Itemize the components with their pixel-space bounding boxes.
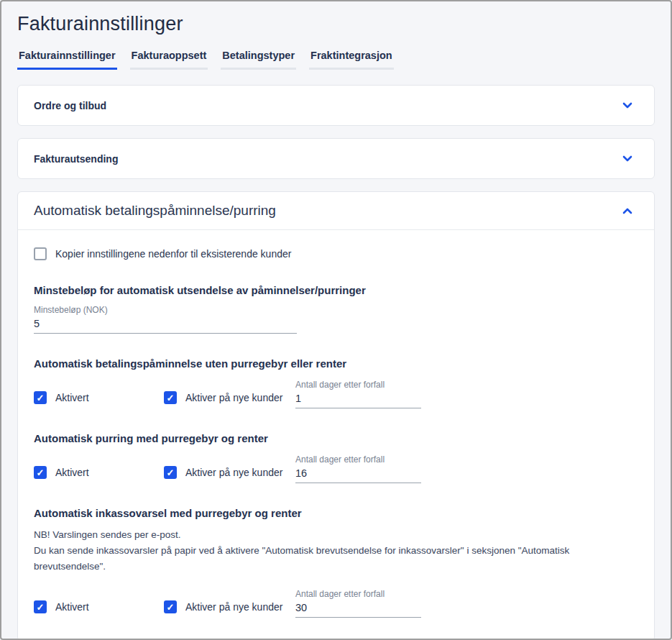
reminder-2-new-customers-checkbox[interactable]	[164, 466, 177, 479]
reminder-2-row: Aktivert Aktiver på nye kunder Antall da…	[34, 454, 638, 483]
reminder-2-new-customers-item[interactable]: Aktiver på nye kunder	[164, 466, 295, 483]
reminder-3-notes: NB! Varslingen sendes per e-post. Du kan…	[34, 527, 632, 575]
tab-betalingstyper[interactable]: Betalingstyper	[221, 50, 296, 70]
copy-settings-checkbox[interactable]	[34, 247, 47, 260]
reminder-1-row: Aktivert Aktiver på nye kunder Antall da…	[34, 380, 638, 408]
reminder-1-days-label: Antall dager etter forfall	[295, 380, 421, 390]
reminder-3-new-customers-checkbox[interactable]	[164, 600, 177, 613]
invoice-settings-page: Fakturainnstillinger Fakturainnstillinge…	[1, 1, 671, 640]
reminder-3-note-line1: NB! Varslingen sendes per e-post.	[34, 527, 632, 543]
accordion-invoicing-header[interactable]: Fakturautsending	[18, 139, 654, 178]
reminder-1-activated-label: Aktivert	[55, 392, 89, 403]
reminder-1-new-customers-label: Aktiver på nye kunder	[185, 392, 282, 403]
reminder-2-activated-item[interactable]: Aktivert	[34, 466, 164, 483]
accordion-orders-header[interactable]: Ordre og tilbud	[18, 86, 654, 125]
reminder-2-days-input[interactable]	[295, 466, 421, 483]
reminder-3-activated-item[interactable]: Aktivert	[34, 600, 164, 618]
accordion-orders: Ordre og tilbud	[17, 85, 655, 126]
reminder-1-days-field: Antall dager etter forfall	[295, 380, 421, 408]
reminder-3-new-customers-item[interactable]: Aktiver på nye kunder	[164, 600, 295, 618]
reminder-3-new-customers-label: Aktiver på nye kunder	[185, 601, 282, 613]
reminder-3-days-label: Antall dager etter forfall	[295, 589, 421, 599]
min-amount-label: Minstebeløp (NOK)	[34, 305, 297, 315]
copy-settings-label: Kopier innstillingene nedenfor til eksis…	[55, 248, 291, 260]
accordion-invoicing: Fakturautsending	[17, 138, 655, 179]
reminder-1-activated-checkbox[interactable]	[34, 391, 47, 404]
reminder-3-activated-label: Aktivert	[55, 601, 89, 613]
copy-settings-checkbox-item[interactable]: Kopier innstillingene nedenfor til eksis…	[34, 247, 638, 260]
accordion-list: Ordre og tilbud Fakturautsending Automat…	[17, 85, 655, 640]
reminder-2-activated-checkbox[interactable]	[34, 466, 47, 479]
reminder-3-days-field: Antall dager etter forfall	[295, 589, 421, 618]
accordion-orders-label: Ordre og tilbud	[34, 100, 106, 111]
reminder-1-activated-item[interactable]: Aktivert	[34, 391, 164, 408]
accordion-auto-reminder-header[interactable]: Automatisk betalingspåminnelse/purring	[18, 192, 654, 230]
reminder-3-activated-checkbox[interactable]	[34, 600, 47, 613]
accordion-auto-reminder: Automatisk betalingspåminnelse/purring K…	[17, 191, 655, 640]
tab-bar: Fakturainnstillinger Fakturaoppsett Beta…	[17, 50, 655, 70]
tab-fakturaoppsett[interactable]: Fakturaoppsett	[130, 50, 208, 70]
reminder-3-days-input[interactable]	[295, 600, 421, 618]
reminder-3-heading: Automatisk inkassovarsel med purregebyr …	[34, 507, 638, 519]
reminder-2-new-customers-label: Aktiver på nye kunder	[185, 467, 282, 478]
reminder-2-activated-label: Aktivert	[55, 467, 89, 478]
auto-reminder-body: Kopier innstillingene nedenfor til eksis…	[18, 230, 654, 640]
reminder-2-days-field: Antall dager etter forfall	[295, 454, 421, 483]
reminder-1-heading: Automatisk betalingspåminnelse uten purr…	[34, 357, 638, 370]
reminder-3-row: Aktivert Aktiver på nye kunder Antall da…	[34, 589, 638, 618]
accordion-invoicing-label: Fakturautsending	[34, 153, 118, 165]
min-amount-input[interactable]	[34, 316, 297, 334]
reminder-1-new-customers-checkbox[interactable]	[164, 391, 177, 404]
min-amount-field: Minstebeløp (NOK)	[34, 305, 297, 334]
page-title: Fakturainnstillinger	[17, 13, 655, 35]
tab-fakturainnstillinger[interactable]: Fakturainnstillinger	[17, 50, 117, 70]
chevron-up-icon[interactable]	[622, 208, 632, 214]
reminder-1-days-input[interactable]	[295, 391, 421, 408]
min-amount-heading: Minstebeløp for automatisk utsendelse av…	[34, 284, 638, 296]
accordion-auto-reminder-label: Automatisk betalingspåminnelse/purring	[34, 203, 276, 219]
chevron-down-icon[interactable]	[622, 102, 632, 109]
reminder-3-note-line2: Du kan sende inkassovarsler på papir ved…	[34, 543, 632, 575]
tab-fraktintegrasjon[interactable]: Fraktintegrasjon	[309, 50, 394, 70]
chevron-down-icon[interactable]	[622, 155, 632, 162]
reminder-2-heading: Automatisk purring med purregebyr og ren…	[34, 432, 638, 444]
reminder-2-days-label: Antall dager etter forfall	[295, 454, 421, 465]
reminder-1-new-customers-item[interactable]: Aktiver på nye kunder	[164, 391, 295, 408]
